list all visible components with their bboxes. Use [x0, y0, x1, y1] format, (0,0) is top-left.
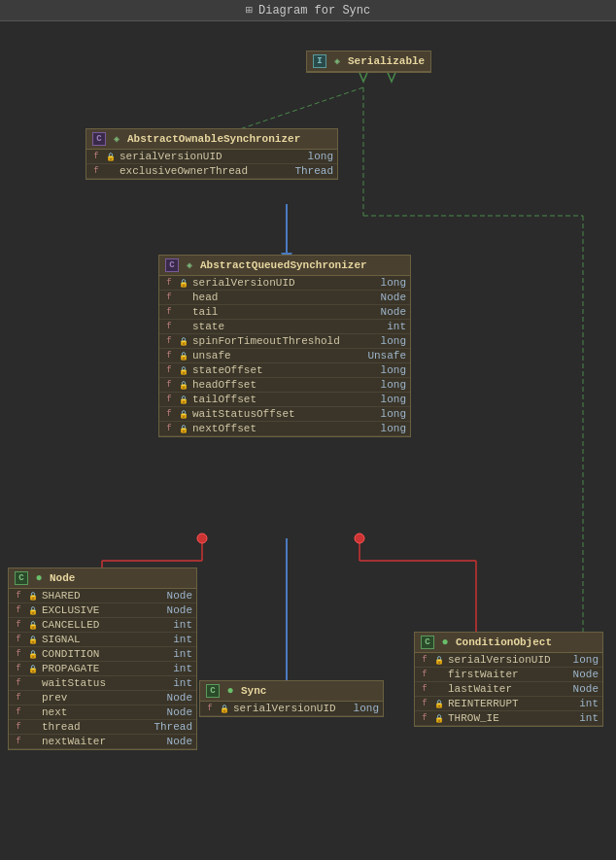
- field-nextOffset: f 🔒 nextOffset long: [159, 422, 410, 436]
- mod-icon: [178, 292, 189, 303]
- class-icon: C: [421, 636, 434, 649]
- field-lastWaiter: f lastWaiter Node: [415, 682, 602, 697]
- aos-name: AbstractOwnableSynchronizer: [127, 133, 300, 145]
- vis-icon: f: [163, 277, 175, 289]
- field-stateOffset: f 🔒 stateOffset long: [159, 363, 410, 378]
- vis-icon: f: [90, 165, 102, 177]
- vis-icon: f: [163, 408, 175, 420]
- leaf-icon: ◈: [330, 54, 344, 68]
- mod-icon: 🔒: [27, 590, 39, 602]
- mod-icon: [433, 683, 445, 695]
- condition-object-class: C ● ConditionObject f 🔒 serialVersionUID…: [414, 632, 603, 727]
- diagram-icon: ⊞: [246, 3, 253, 17]
- aos-header: C ◈ AbstractOwnableSynchronizer: [86, 129, 337, 150]
- svg-point-15: [197, 533, 207, 543]
- field-headOffset: f 🔒 headOffset long: [159, 378, 410, 393]
- mod-icon: 🔒: [433, 698, 445, 709]
- mod-icon: [27, 706, 39, 718]
- vis-icon: f: [13, 736, 24, 747]
- circle-icon3: ●: [438, 636, 452, 649]
- field-condition: f 🔒 CONDITION int: [9, 647, 196, 662]
- field-prev: f prev Node: [9, 691, 196, 705]
- title-text: Diagram for Sync: [258, 4, 370, 17]
- vis-icon: f: [163, 394, 175, 405]
- field-tailOffset: f 🔒 tailOffset long: [159, 393, 410, 407]
- diagram-canvas: I ◈ Serializable C ◈ AbstractOwnableSync…: [0, 21, 616, 860]
- vis-icon: f: [419, 683, 430, 695]
- sync-name: Sync: [241, 685, 266, 697]
- mod-icon: 🔒: [105, 151, 117, 162]
- condition-object-header: C ● ConditionObject: [415, 633, 602, 653]
- field-shared: f 🔒 SHARED Node: [9, 589, 196, 603]
- abstract-icon: C: [165, 258, 179, 272]
- aqs-header: C ◈ AbstractQueuedSynchronizer: [159, 256, 410, 276]
- title-bar: ⊞ Diagram for Sync: [0, 0, 616, 21]
- field-head: f head Node: [159, 291, 410, 305]
- leaf-icon2: ◈: [110, 132, 123, 146]
- mod-icon: [27, 736, 39, 747]
- abstract-icon: C: [92, 132, 106, 146]
- mod-icon: 🔒: [178, 335, 189, 347]
- mod-icon: 🔒: [27, 604, 39, 616]
- node-header: C ● Node: [9, 568, 196, 589]
- vis-icon: f: [163, 350, 175, 361]
- field-unsafe: f 🔒 unsafe Unsafe: [159, 349, 410, 363]
- field-next: f next Node: [9, 705, 196, 720]
- vis-icon: f: [13, 677, 24, 689]
- field-exclusive: f 🔒 EXCLUSIVE Node: [9, 603, 196, 618]
- field-state: f state int: [159, 320, 410, 334]
- vis-icon: f: [163, 292, 175, 303]
- vis-icon: f: [163, 423, 175, 434]
- mod-icon: 🔒: [433, 712, 445, 724]
- mod-icon: 🔒: [178, 394, 189, 405]
- mod-icon: 🔒: [27, 619, 39, 631]
- mod-icon: 🔒: [178, 379, 189, 391]
- node-class: C ● Node f 🔒 SHARED Node f 🔒 EXCLUSIVE N…: [8, 568, 197, 750]
- mod-icon: [178, 306, 189, 318]
- mod-icon: [433, 669, 445, 680]
- vis-icon: f: [13, 663, 24, 674]
- vis-icon: f: [13, 619, 24, 631]
- field-tail: f tail Node: [159, 305, 410, 320]
- vis-icon: f: [13, 648, 24, 660]
- serializable-header: I ◈ Serializable: [307, 52, 430, 72]
- field-svuid-co: f 🔒 serialVersionUID long: [415, 653, 602, 668]
- vis-icon: f: [13, 692, 24, 704]
- field-spinForTimeoutThreshold: f 🔒 spinForTimeoutThreshold long: [159, 334, 410, 349]
- field-exclusiveOwnerThread: f exclusiveOwnerThread Thread: [86, 164, 337, 179]
- vis-icon: f: [13, 706, 24, 718]
- mod-icon: 🔒: [178, 364, 189, 376]
- mod-icon: [178, 321, 189, 332]
- field-reinterrupt: f 🔒 REINTERRUPT int: [415, 697, 602, 711]
- field-serialVersionUID-aos: f 🔒 serialVersionUID long: [86, 150, 337, 164]
- field-signal: f 🔒 SIGNAL int: [9, 633, 196, 647]
- vis-icon: f: [419, 698, 430, 709]
- vis-icon: f: [419, 669, 430, 680]
- vis-icon: f: [13, 590, 24, 602]
- mod-icon: 🔒: [178, 423, 189, 434]
- leaf-icon3: ◈: [183, 258, 196, 272]
- field-cancelled: f 🔒 CANCELLED int: [9, 618, 196, 633]
- aqs-name: AbstractQueuedSynchronizer: [200, 259, 367, 271]
- field-svuid-aqs: f 🔒 serialVersionUID long: [159, 276, 410, 291]
- vis-icon: f: [163, 364, 175, 376]
- mod-icon: [27, 677, 39, 689]
- vis-icon: f: [163, 379, 175, 391]
- vis-icon: f: [13, 604, 24, 616]
- mod-icon: 🔒: [178, 408, 189, 420]
- condition-object-name: ConditionObject: [456, 636, 552, 648]
- field-nextWaiter: f nextWaiter Node: [9, 735, 196, 749]
- serializable-name: Serializable: [348, 55, 425, 67]
- mod-icon: [105, 165, 117, 177]
- mod-icon: [27, 721, 39, 733]
- field-firstWaiter: f firstWaiter Node: [415, 668, 602, 682]
- vis-icon: f: [90, 151, 102, 162]
- aqs-class: C ◈ AbstractQueuedSynchronizer f 🔒 seria…: [158, 255, 411, 437]
- sync-header: C ● Sync: [200, 681, 383, 702]
- serializable-class: I ◈ Serializable: [306, 51, 431, 73]
- sync-class: C ● Sync f 🔒 serialVersionUID long: [199, 680, 384, 717]
- mod-icon: 🔒: [27, 663, 39, 674]
- vis-icon: f: [419, 712, 430, 724]
- field-thread: f thread Thread: [9, 720, 196, 735]
- node-name: Node: [50, 572, 75, 584]
